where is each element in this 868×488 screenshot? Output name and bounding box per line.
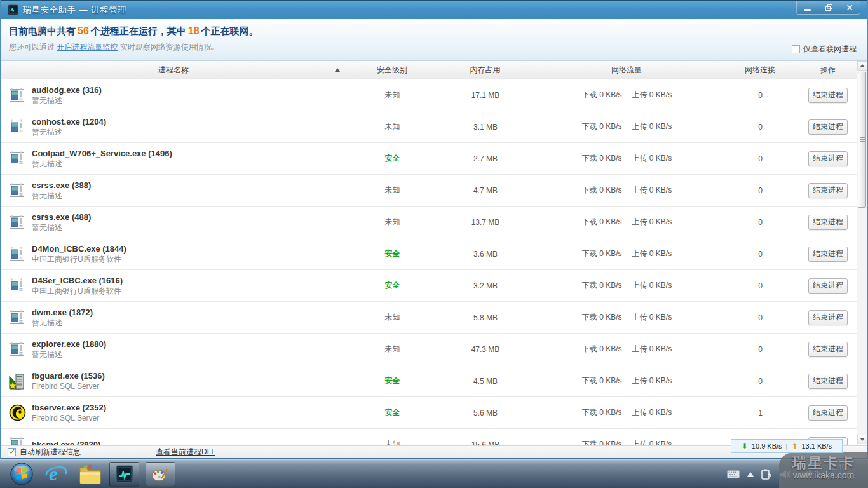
memory-usage: 47.3 MB — [438, 334, 532, 365]
close-icon: ✕ — [846, 3, 853, 13]
close-button[interactable]: ✕ — [839, 1, 860, 14]
download-speed-value: 下载 0 KB/s — [582, 344, 622, 355]
action-cell: 结束进程 — [799, 334, 857, 365]
end-process-button[interactable]: 结束进程 — [808, 215, 848, 230]
online-only-checkbox[interactable] — [792, 45, 800, 53]
process-description: 暂无描述 — [32, 95, 102, 105]
network-connections: 0 — [721, 302, 799, 333]
process-name: csrss.exe (388) — [32, 180, 91, 191]
show-hidden-icons[interactable] — [747, 472, 754, 477]
process-name: D4Ser_ICBC.exe (1616) — [32, 275, 123, 286]
end-process-button[interactable]: 结束进程 — [808, 88, 848, 103]
watermark-url: www.ikaka.com — [793, 470, 854, 480]
network-traffic-cell: 下载 0 KB/s 上传 0 KB/s — [532, 79, 721, 111]
process-row: dwm.exe (1872) 暂无描述 未知 5.8 MB 下载 0 KB/s … — [1, 302, 857, 334]
process-name: Coolpad_W706+_Service.exe (1496) — [32, 148, 172, 159]
security-level: 未知 — [385, 90, 400, 100]
action-cell: 结束进程 — [799, 207, 857, 238]
process-icon — [9, 341, 26, 358]
column-header-security-level[interactable]: 安全级别 — [346, 61, 438, 79]
end-process-button[interactable]: 结束进程 — [808, 119, 848, 135]
app-window: 瑞星安全助手 — 进程管理 ✕ 目前电脑中共有56个进程正在运行，其中18个正在… — [0, 0, 868, 459]
security-level-cell: 未知 — [346, 334, 438, 365]
security-level-cell: 安全 — [346, 143, 438, 174]
network-traffic-cell: 下载 0 KB/s 上传 0 KB/s — [532, 143, 721, 174]
network-connections: 0 — [721, 207, 799, 238]
minimize-button[interactable] — [797, 1, 818, 14]
removable-device-icon[interactable] — [761, 469, 773, 480]
process-name-cell: fbserver.exe (2352) Firebird SQL Server — [1, 397, 346, 428]
column-header-process-name[interactable]: 进程名称 — [1, 61, 346, 79]
end-process-button[interactable]: 结束进程 — [808, 278, 848, 294]
memory-usage: 4.5 MB — [438, 365, 532, 396]
scroll-down-button[interactable] — [857, 435, 867, 444]
network-traffic-cell: 下载 0 KB/s 上传 0 KB/s — [532, 365, 721, 396]
view-dll-link[interactable]: 查看当前进程DLL — [156, 447, 215, 458]
scrollbar-grip-icon — [860, 137, 865, 142]
memory-usage: 17.1 MB — [438, 79, 532, 111]
column-header-memory[interactable]: 内存占用 — [438, 61, 532, 79]
end-process-button[interactable]: 结束进程 — [808, 405, 848, 421]
process-name-cell: audiodg.exe (316) 暂无描述 — [1, 79, 346, 111]
auto-refresh-checkbox[interactable] — [8, 448, 16, 456]
online-only-filter[interactable]: 仅查看联网进程 — [792, 44, 857, 55]
network-connections: 0 — [721, 270, 799, 301]
scroll-up-button[interactable] — [857, 61, 867, 71]
download-speed-value: 下载 0 KB/s — [582, 153, 622, 164]
action-cell: 结束进程 — [799, 397, 857, 428]
end-process-button[interactable]: 结束进程 — [808, 310, 848, 325]
process-row: fbserver.exe (2352) Firebird SQL Server … — [1, 397, 857, 429]
app-icon — [8, 4, 18, 15]
security-level: 安全 — [385, 248, 400, 259]
paint-palette-icon — [151, 464, 171, 484]
column-header-action[interactable]: 操作 — [799, 61, 857, 79]
end-process-button[interactable]: 结束进程 — [808, 374, 848, 389]
security-level: 未知 — [385, 185, 400, 196]
network-traffic-cell: 下载 0 KB/s 上传 0 KB/s — [532, 429, 721, 447]
process-name-cell: D4Ser_ICBC.exe (1616) 中国工商银行U盾服务软件 — [1, 270, 346, 301]
network-connections: 0 — [721, 111, 799, 142]
scrollbar-thumb[interactable] — [858, 72, 866, 208]
process-description: 暂无描述 — [32, 159, 172, 169]
traffic-monitor-link[interactable]: 开启进程流量监控 — [57, 43, 118, 51]
memory-usage: 2.7 MB — [438, 143, 532, 174]
svg-text:e: e — [49, 463, 57, 484]
upload-speed: 13.1 KB/s — [801, 442, 832, 450]
process-icon — [9, 309, 26, 326]
process-monitor-taskbar-button[interactable] — [109, 462, 139, 487]
vertical-scrollbar[interactable] — [857, 61, 867, 444]
window-title: 瑞星安全助手 — 进程管理 — [23, 4, 126, 16]
upload-speed-value: 上传 0 KB/s — [632, 248, 672, 259]
memory-usage: 3.6 MB — [438, 238, 532, 269]
column-header-network-connections[interactable]: 网络连接 — [721, 61, 799, 79]
window-controls: ✕ — [796, 1, 860, 15]
windows-explorer-icon[interactable] — [78, 461, 103, 487]
taskbar: e — [0, 459, 868, 488]
process-name: D4Mon_ICBC.exe (1844) — [32, 243, 126, 254]
paint-taskbar-button[interactable] — [146, 462, 175, 487]
process-name: dwm.exe (1872) — [32, 307, 93, 318]
security-level: 未知 — [385, 121, 400, 132]
start-button[interactable] — [9, 461, 34, 487]
security-level-cell: 安全 — [346, 238, 438, 269]
process-row: csrss.exe (488) 暂无描述 未知 13.7 MB 下载 0 KB/… — [1, 207, 857, 238]
end-process-button[interactable]: 结束进程 — [808, 247, 848, 262]
titlebar[interactable]: 瑞星安全助手 — 进程管理 ✕ — [1, 0, 867, 19]
download-speed-value: 下载 0 KB/s — [582, 312, 622, 323]
column-header-network-traffic[interactable]: 网络流量 — [532, 61, 721, 79]
action-cell: 结束进程 — [799, 79, 857, 111]
restore-button[interactable] — [818, 1, 839, 14]
tip-line: 您还可以通过 开启进程流量监控 实时观察网络资源使用情况。 — [9, 42, 867, 53]
internet-explorer-icon[interactable]: e — [43, 461, 69, 487]
end-process-button[interactable]: 结束进程 — [808, 183, 848, 198]
process-name-cell: hkcmd.exe (2920) — [1, 429, 346, 447]
keyboard-icon[interactable] — [727, 470, 740, 478]
download-speed-value: 下载 0 KB/s — [582, 90, 622, 100]
end-process-button[interactable]: 结束进程 — [808, 151, 848, 166]
end-process-button[interactable]: 结束进程 — [808, 342, 848, 357]
download-speed-value: 下载 0 KB/s — [582, 217, 622, 227]
security-level: 未知 — [385, 217, 400, 227]
process-name-cell: explorer.exe (1880) 暂无描述 — [1, 334, 346, 365]
process-row: hkcmd.exe (2920) 未知 15.6 MB 下载 0 KB/s 上传… — [1, 429, 857, 447]
network-connections: 0 — [721, 143, 799, 174]
